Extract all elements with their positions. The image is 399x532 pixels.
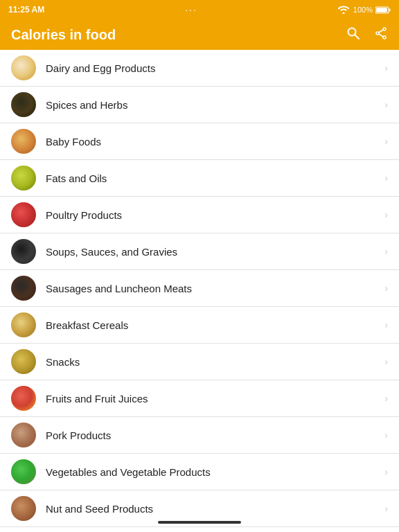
list-item[interactable]: Sausages and Luncheon Meats› xyxy=(0,270,399,307)
chevron-right-icon: › xyxy=(384,209,388,220)
food-category-name: Nut and Seed Products xyxy=(46,503,379,515)
food-avatar-pork xyxy=(11,423,36,447)
food-category-list: Dairy and Egg Products›Spices and Herbs›… xyxy=(0,50,399,532)
list-item[interactable]: Spices and Herbs› xyxy=(0,87,399,123)
svg-line-9 xyxy=(379,34,383,37)
food-avatar-nut xyxy=(11,496,36,521)
food-category-name: Spices and Herbs xyxy=(46,99,379,111)
svg-point-7 xyxy=(376,32,379,35)
list-item[interactable]: Dairy and Egg Products› xyxy=(0,50,399,87)
wifi-icon xyxy=(338,6,349,14)
food-category-name: Baby Foods xyxy=(46,136,379,148)
chevron-right-icon: › xyxy=(384,246,388,257)
list-item[interactable]: Fats and Oils› xyxy=(0,160,399,197)
food-category-name: Vegetables and Vegetable Products xyxy=(46,466,379,478)
food-category-name: Soups, Sauces, and Gravies xyxy=(46,246,379,258)
food-avatar-vegetables xyxy=(11,459,36,484)
chevron-right-icon: › xyxy=(384,99,388,110)
food-avatar-soups xyxy=(11,239,36,264)
list-item[interactable]: Soups, Sauces, and Gravies› xyxy=(0,233,399,270)
list-item[interactable]: Poultry Products› xyxy=(0,197,399,233)
chevron-right-icon: › xyxy=(384,62,388,73)
svg-rect-2 xyxy=(376,8,387,12)
food-category-name: Fats and Oils xyxy=(46,172,379,184)
chevron-right-icon: › xyxy=(384,503,388,514)
status-dots: ··· xyxy=(185,4,197,15)
list-item[interactable]: Beef Products› xyxy=(0,527,399,532)
chevron-right-icon: › xyxy=(384,283,388,294)
status-icons: 100% xyxy=(338,6,391,14)
swipe-indicator xyxy=(158,521,241,524)
chevron-right-icon: › xyxy=(384,393,388,404)
share-icon[interactable] xyxy=(374,26,388,44)
battery-percent: 100% xyxy=(353,6,373,14)
battery-icon xyxy=(375,6,391,14)
food-category-name: Sausages and Luncheon Meats xyxy=(46,283,379,294)
svg-line-8 xyxy=(379,30,383,33)
search-icon[interactable] xyxy=(346,26,360,44)
svg-point-6 xyxy=(383,36,386,39)
food-category-name: Poultry Products xyxy=(46,209,379,221)
food-avatar-sausages xyxy=(11,276,36,301)
food-category-name: Pork Products xyxy=(46,429,379,441)
food-category-name: Snacks xyxy=(46,356,379,368)
app-header: Calories in food xyxy=(0,19,399,50)
food-avatar-snacks xyxy=(11,349,36,374)
app-title: Calories in food xyxy=(11,27,116,43)
food-avatar-fruits xyxy=(11,386,36,411)
food-avatar-spices xyxy=(11,92,36,117)
chevron-right-icon: › xyxy=(384,136,388,147)
list-item[interactable]: Vegetables and Vegetable Products› xyxy=(0,454,399,490)
svg-line-4 xyxy=(355,35,360,39)
food-category-name: Fruits and Fruit Juices xyxy=(46,393,379,405)
list-item[interactable]: Fruits and Fruit Juices› xyxy=(0,380,399,417)
chevron-right-icon: › xyxy=(384,429,388,441)
list-item[interactable]: Baby Foods› xyxy=(0,123,399,160)
svg-rect-1 xyxy=(389,8,391,11)
chevron-right-icon: › xyxy=(384,319,388,330)
status-time: 11:25 AM xyxy=(8,5,44,15)
chevron-right-icon: › xyxy=(384,466,388,477)
header-actions xyxy=(346,26,388,44)
svg-point-5 xyxy=(383,28,386,30)
status-bar: 11:25 AM ··· 100% xyxy=(0,0,399,19)
list-item[interactable]: Snacks› xyxy=(0,344,399,380)
list-item[interactable]: Breakfast Cereals› xyxy=(0,307,399,344)
food-category-name: Breakfast Cereals xyxy=(46,319,379,331)
chevron-right-icon: › xyxy=(384,172,388,184)
food-category-name: Dairy and Egg Products xyxy=(46,62,379,74)
food-avatar-fats xyxy=(11,166,36,190)
food-avatar-poultry xyxy=(11,202,36,227)
food-avatar-dairy xyxy=(11,55,36,80)
food-avatar-baby xyxy=(11,129,36,154)
food-avatar-breakfast xyxy=(11,312,36,337)
list-item[interactable]: Pork Products› xyxy=(0,417,399,454)
chevron-right-icon: › xyxy=(384,356,388,367)
